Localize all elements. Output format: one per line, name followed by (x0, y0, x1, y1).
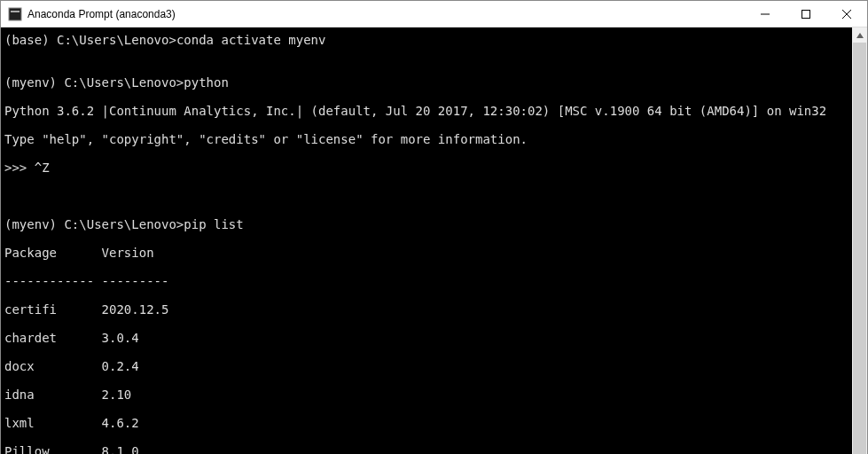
svg-rect-0 (9, 8, 21, 20)
svg-rect-3 (802, 10, 810, 18)
prompt-line: (myenv) C:\Users\Lenovo>pip list (4, 217, 848, 231)
window-body: (base) C:\Users\Lenovo>conda activate my… (1, 27, 867, 454)
maximize-button[interactable] (786, 1, 826, 27)
scrollbar-thumb[interactable] (853, 43, 866, 454)
svg-rect-1 (11, 11, 20, 12)
package-row: lxml 4.6.2 (4, 416, 848, 430)
app-window: Anaconda Prompt (anaconda3) (base) C:\Us… (0, 0, 868, 454)
package-row: idna 2.10 (4, 387, 848, 402)
package-row: chardet 3.0.4 (4, 331, 848, 345)
package-row: Pillow 8.1.0 (4, 444, 848, 454)
window-title: Anaconda Prompt (anaconda3) (27, 8, 176, 20)
prompt: (base) C:\Users\Lenovo> (4, 33, 176, 47)
command: python (184, 75, 229, 90)
package-row: certifi 2020.12.5 (4, 302, 848, 317)
prompt-line: (base) C:\Users\Lenovo>conda activate my… (4, 33, 848, 47)
prompt: (myenv) C:\Users\Lenovo> (4, 217, 184, 231)
close-button[interactable] (826, 1, 867, 27)
package-row: docx 0.2.4 (4, 359, 848, 373)
python-banner: Type "help", "copyright", "credits" or "… (4, 132, 848, 146)
minimize-button[interactable] (745, 1, 786, 27)
scroll-up-button[interactable] (852, 27, 867, 43)
svg-marker-6 (856, 33, 864, 38)
python-banner: Python 3.6.2 |Continuum Analytics, Inc.|… (4, 104, 848, 118)
titlebar[interactable]: Anaconda Prompt (anaconda3) (1, 1, 867, 27)
prompt: (myenv) C:\Users\Lenovo> (4, 75, 184, 90)
scrollbar-track[interactable] (852, 43, 867, 454)
pip-divider: ------------ --------- (4, 274, 848, 288)
vertical-scrollbar[interactable] (852, 27, 867, 454)
python-repl: >>> ^Z (4, 160, 848, 175)
pip-header: Package Version (4, 246, 848, 260)
command: pip list (184, 217, 243, 231)
terminal-output[interactable]: (base) C:\Users\Lenovo>conda activate my… (1, 27, 852, 454)
command: conda activate myenv (176, 33, 326, 47)
anaconda-icon (8, 7, 22, 21)
prompt-line: (myenv) C:\Users\Lenovo>python (4, 75, 848, 90)
